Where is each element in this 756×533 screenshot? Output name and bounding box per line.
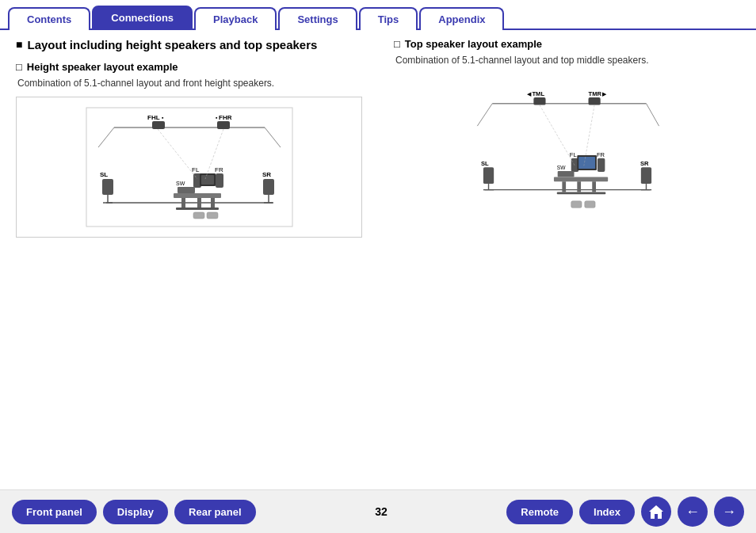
svg-rect-66 [556,192,605,194]
index-button[interactable]: Index [579,500,635,524]
svg-text:SW: SW [556,165,565,170]
svg-rect-39 [533,97,545,105]
svg-text:FHL: FHL [147,114,160,121]
svg-rect-68 [584,201,594,208]
left-section: Layout including height speakers and top… [16,38,370,238]
svg-rect-59 [578,157,595,169]
svg-text:SL: SL [481,160,489,167]
svg-rect-26 [174,193,221,198]
svg-rect-30 [176,207,219,210]
svg-rect-50 [640,167,651,184]
svg-rect-28 [197,198,201,207]
svg-rect-31 [193,212,204,219]
svg-text:FR: FR [215,166,223,173]
bottom-right-buttons: Remote Index ← → [506,497,744,527]
tab-connections[interactable]: Connections [92,6,193,30]
height-speaker-subtitle: Height speaker layout example [16,61,362,73]
svg-text:FHR: FHR [219,114,232,121]
svg-rect-27 [181,198,185,207]
top-speaker-diagram: TML ◀ TMR ▶ SL SR [394,78,740,234]
height-speaker-diagram: FHL ▪ FHR ▪ SL SR [16,97,362,238]
svg-rect-24 [178,187,195,193]
svg-rect-60 [557,171,574,177]
svg-text:SR: SR [640,160,648,167]
svg-marker-71 [649,505,663,519]
svg-rect-46 [483,167,493,184]
svg-text:SW: SW [176,181,185,186]
remote-button[interactable]: Remote [506,500,573,524]
svg-rect-23 [201,175,214,185]
svg-text:▪: ▪ [162,115,164,120]
nav-tabs: Contents Connections Playback Settings T… [0,0,756,30]
svg-text:FL: FL [569,151,576,158]
svg-text:FR: FR [596,151,605,158]
main-title: Layout including height speakers and top… [16,38,362,51]
svg-rect-65 [592,181,596,192]
svg-text:SR: SR [262,171,271,178]
svg-rect-42 [588,97,600,105]
svg-text:▶: ▶ [601,91,606,97]
svg-rect-62 [553,177,607,182]
svg-rect-32 [207,212,218,219]
svg-line-38 [646,104,659,126]
front-panel-button[interactable]: Front panel [12,500,97,524]
main-content: Layout including height speakers and top… [0,30,756,246]
svg-rect-3 [152,121,165,129]
tab-appendix[interactable]: Appendix [419,7,504,30]
svg-line-1 [98,128,114,147]
svg-line-2 [265,128,281,147]
page-number: 32 [375,505,388,518]
forward-button[interactable]: → [714,497,744,527]
display-button[interactable]: Display [103,500,168,524]
svg-line-37 [477,104,492,126]
svg-rect-56 [597,158,604,172]
svg-text:SL: SL [100,171,108,178]
top-speaker-description: Combination of 5.1-channel layout and to… [395,55,740,66]
tab-settings[interactable]: Settings [278,7,357,30]
svg-rect-14 [263,179,274,195]
svg-text:FL: FL [192,166,200,173]
right-section: Top speaker layout example Combination o… [386,38,740,238]
bottom-left-buttons: Front panel Display Rear panel [12,500,256,524]
svg-text:▪: ▪ [216,115,218,120]
top-speaker-subtitle: Top speaker layout example [394,38,740,50]
svg-rect-64 [577,181,581,192]
tab-tips[interactable]: Tips [359,7,418,30]
svg-text:TML: TML [532,90,544,97]
svg-rect-63 [562,181,566,192]
back-button[interactable]: ← [678,497,708,527]
svg-text:◀: ◀ [526,91,531,97]
home-button[interactable] [641,497,671,527]
height-speaker-description: Combination of 5.1-channel layout and fr… [17,78,362,89]
svg-rect-20 [216,173,223,188]
svg-rect-6 [217,121,230,129]
bottom-bar: Front panel Display Rear panel 32 Remote… [0,489,756,533]
svg-rect-29 [211,198,215,207]
tab-playback[interactable]: Playback [194,7,277,30]
rear-panel-button[interactable]: Rear panel [174,500,255,524]
svg-rect-67 [571,201,581,208]
svg-text:TMR: TMR [588,90,601,97]
tab-contents[interactable]: Contents [8,7,90,30]
svg-rect-10 [102,179,113,195]
